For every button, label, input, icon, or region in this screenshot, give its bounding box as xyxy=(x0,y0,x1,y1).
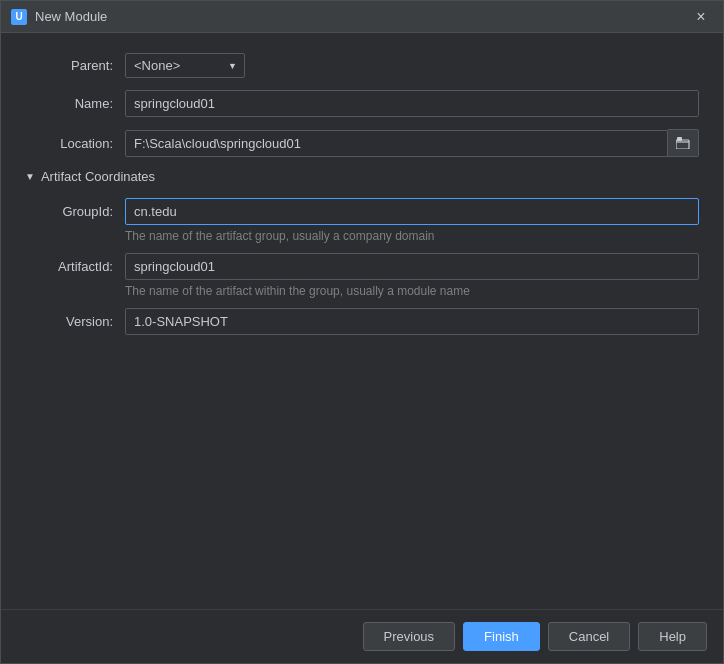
footer: Previous Finish Cancel Help xyxy=(1,609,723,663)
parent-label: Parent: xyxy=(25,58,125,73)
finish-button[interactable]: Finish xyxy=(463,622,540,651)
location-browse-button[interactable] xyxy=(668,129,699,157)
location-label: Location: xyxy=(25,136,125,151)
previous-button[interactable]: Previous xyxy=(363,622,456,651)
version-control xyxy=(125,308,699,335)
artifactid-label: ArtifactId: xyxy=(25,259,125,274)
name-control xyxy=(125,90,699,117)
groupid-input[interactable] xyxy=(125,198,699,225)
artifact-section-content: GroupId: The name of the artifact group,… xyxy=(25,198,699,335)
svg-rect-0 xyxy=(676,140,689,149)
location-input[interactable] xyxy=(125,130,668,157)
version-label: Version: xyxy=(25,314,125,329)
artifactid-row: ArtifactId: xyxy=(25,253,699,280)
title-bar: U New Module × xyxy=(1,1,723,33)
groupid-hint: The name of the artifact group, usually … xyxy=(25,229,699,243)
section-toggle-icon[interactable]: ▼ xyxy=(25,171,35,182)
artifact-section-header: ▼ Artifact Coordinates xyxy=(25,169,699,184)
groupid-row: GroupId: xyxy=(25,198,699,225)
close-button[interactable]: × xyxy=(689,5,713,29)
name-input[interactable] xyxy=(125,90,699,117)
location-control xyxy=(125,129,699,157)
parent-control: <None> xyxy=(125,53,699,78)
artifactid-hint: The name of the artifact within the grou… xyxy=(25,284,699,298)
version-row: Version: xyxy=(25,308,699,335)
groupid-control xyxy=(125,198,699,225)
artifact-section-title: Artifact Coordinates xyxy=(41,169,155,184)
cancel-button[interactable]: Cancel xyxy=(548,622,630,651)
location-row: Location: xyxy=(25,129,699,157)
location-wrapper xyxy=(125,129,699,157)
parent-select-wrapper: <None> xyxy=(125,53,245,78)
help-button[interactable]: Help xyxy=(638,622,707,651)
dialog: U New Module × Parent: <None> Name: xyxy=(0,0,724,664)
parent-row: Parent: <None> xyxy=(25,53,699,78)
app-icon: U xyxy=(11,9,27,25)
dialog-title: New Module xyxy=(35,9,689,24)
artifactid-control xyxy=(125,253,699,280)
groupid-label: GroupId: xyxy=(25,204,125,219)
form-content: Parent: <None> Name: Location: xyxy=(1,33,723,609)
name-row: Name: xyxy=(25,90,699,117)
name-label: Name: xyxy=(25,96,125,111)
parent-select[interactable]: <None> xyxy=(125,53,245,78)
svg-rect-1 xyxy=(677,137,682,141)
version-input[interactable] xyxy=(125,308,699,335)
artifactid-input[interactable] xyxy=(125,253,699,280)
